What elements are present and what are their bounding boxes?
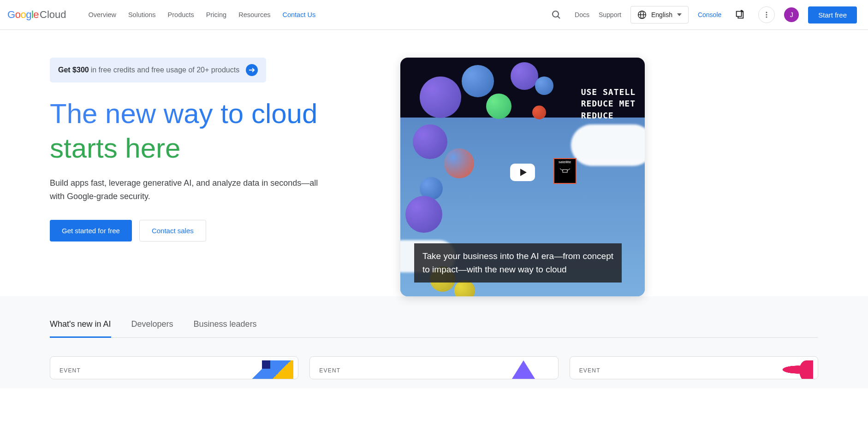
svg-rect-9 <box>563 170 567 172</box>
hero-description: Build apps fast, leverage generative AI,… <box>50 177 327 203</box>
hero-media: USE SATELL REDUCE MET REDUCE satellite T… <box>400 58 645 296</box>
play-icon <box>520 169 527 176</box>
cloud-decoration <box>571 124 645 166</box>
event-cards: EVENT EVENT EVENT <box>50 356 818 379</box>
event-card[interactable]: EVENT <box>570 356 818 379</box>
hero-title: The new way to cloud starts here <box>50 96 382 165</box>
hero-cta-group: Get started for free Contact sales <box>50 220 382 242</box>
card-label: EVENT <box>59 367 81 374</box>
sphere-decoration <box>535 77 553 95</box>
nav-resources[interactable]: Resources <box>238 11 270 18</box>
search-button[interactable] <box>547 6 565 24</box>
card-label: EVENT <box>579 367 600 374</box>
sphere-decoration <box>511 62 538 90</box>
content-tabs: What's new in AI Developers Business lea… <box>50 319 818 338</box>
satellite-label: satellite <box>553 158 577 184</box>
support-link[interactable]: Support <box>599 11 621 18</box>
sphere-decoration <box>405 196 442 233</box>
share-button[interactable] <box>731 6 749 24</box>
card-art-icon <box>762 360 813 379</box>
primary-nav: Overview Solutions Products Pricing Reso… <box>89 11 316 18</box>
sphere-decoration <box>532 106 546 119</box>
chevron-down-icon <box>677 13 682 16</box>
nav-products[interactable]: Products <box>168 11 194 18</box>
hero-title-line1: The new way to cloud <box>50 96 382 131</box>
card-label: EVENT <box>319 367 340 374</box>
hero-content: Get $300 in free credits and free usage … <box>50 58 382 296</box>
logo[interactable]: Google Cloud <box>4 9 70 21</box>
event-card[interactable]: EVENT <box>50 356 298 379</box>
svg-line-11 <box>567 169 570 171</box>
user-avatar[interactable]: J <box>784 7 799 22</box>
tab-developers[interactable]: Developers <box>131 319 173 338</box>
nav-contact[interactable]: Contact Us <box>282 11 315 18</box>
nav-pricing[interactable]: Pricing <box>206 11 226 18</box>
sphere-decoration <box>444 148 474 178</box>
promo-text: in free credits and free usage of 20+ pr… <box>91 66 239 74</box>
globe-icon <box>637 10 647 19</box>
get-started-button[interactable]: Get started for free <box>50 220 132 242</box>
start-free-button[interactable]: Start free <box>808 6 857 24</box>
promo-banner[interactable]: Get $300 in free credits and free usage … <box>50 58 266 82</box>
contact-sales-button[interactable]: Contact sales <box>139 220 206 242</box>
language-label: English <box>651 11 672 18</box>
docs-link[interactable]: Docs <box>575 11 589 18</box>
sphere-decoration <box>454 280 475 296</box>
svg-line-10 <box>560 169 563 171</box>
share-icon <box>735 10 745 20</box>
arrow-right-icon <box>246 64 258 76</box>
play-button[interactable] <box>510 164 535 181</box>
avatar-initial: J <box>790 11 793 18</box>
hero-title-line2: starts here <box>50 131 382 165</box>
card-art-icon <box>503 360 553 379</box>
console-link[interactable]: Console <box>698 11 721 18</box>
tabs-section: What's new in AI Developers Business lea… <box>0 296 868 389</box>
nav-overview[interactable]: Overview <box>89 11 116 18</box>
svg-point-0 <box>553 11 559 17</box>
tab-business[interactable]: Business leaders <box>194 319 257 338</box>
header-right: Docs Support English Console J Start fre… <box>547 6 857 24</box>
svg-point-5 <box>766 12 767 13</box>
svg-line-1 <box>558 16 560 18</box>
card-art-icon <box>243 360 293 379</box>
hero-section: Get $300 in free credits and free usage … <box>0 30 868 296</box>
sphere-decoration <box>413 124 447 159</box>
promo-bold-text: Get $300 <box>58 66 89 74</box>
google-logo-text: Google <box>7 9 39 21</box>
main-header: Google Cloud Overview Solutions Products… <box>0 0 868 30</box>
more-vertical-icon <box>763 11 770 18</box>
sphere-decoration <box>462 65 494 97</box>
video-caption: Take your business into the AI era—from … <box>414 243 622 283</box>
language-selector[interactable]: English <box>630 6 689 24</box>
sphere-decoration <box>420 77 461 118</box>
cloud-logo-text: Cloud <box>40 9 66 21</box>
video-card[interactable]: USE SATELL REDUCE MET REDUCE satellite T… <box>400 58 645 296</box>
search-icon <box>551 9 562 20</box>
nav-solutions[interactable]: Solutions <box>128 11 156 18</box>
tab-ai[interactable]: What's new in AI <box>50 319 111 338</box>
sphere-decoration <box>486 94 511 119</box>
more-menu-button[interactable] <box>758 6 775 23</box>
event-card[interactable]: EVENT <box>309 356 558 379</box>
video-overlay-text: USE SATELL REDUCE MET REDUCE <box>581 86 636 121</box>
svg-point-7 <box>766 16 767 18</box>
svg-point-6 <box>766 14 767 15</box>
